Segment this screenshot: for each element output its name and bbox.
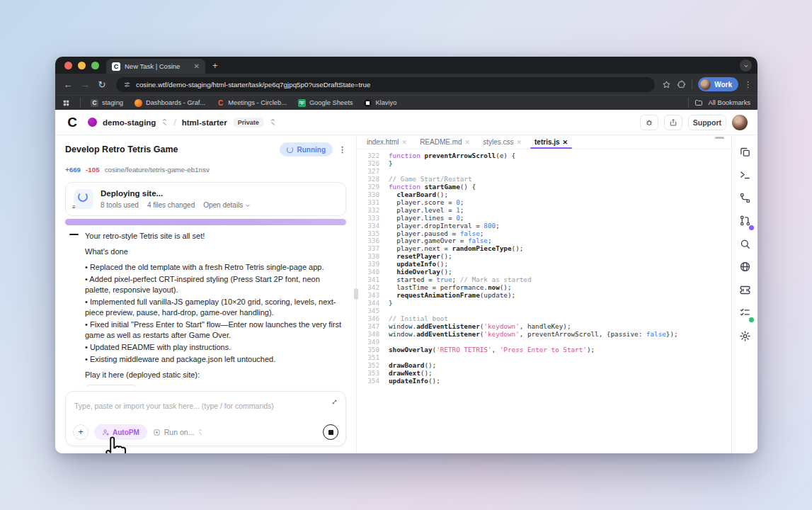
deploy-activity-card[interactable]: ≡ Deploying site... 8 tools used 4 files… [65,182,346,216]
line-number: 332 [361,207,379,215]
back-button[interactable]: ← [61,79,75,90]
deletions-count: -105 [86,166,100,174]
address-bar[interactable]: cosine.wtf/demo-staging/html-starter/tas… [116,77,655,92]
message-bullet: Fixed initial "Press Enter to Start" flo… [85,319,346,341]
toolbar-divider [692,79,692,89]
chevron-updown-icon[interactable] [270,118,276,126]
bookmark-label: Google Sheets [309,99,353,106]
folder-icon [694,98,703,107]
support-button[interactable]: Support [688,115,726,130]
browser-tab[interactable]: C New Task | Cosine ✕ [106,59,205,74]
code-line: 333 player.lines = 0; [361,215,731,222]
line-number: 353 [361,370,379,378]
bug-icon [645,118,653,127]
files-changed-count: 4 files changed [147,201,195,209]
bookmarks-divider-right [688,98,689,108]
editor-tab-bar: index.html✕README.md✕styles.css✕tetris.j… [357,135,731,149]
notification-dot [749,317,754,322]
share-button[interactable] [664,115,682,130]
bookmarks-divider [80,98,81,108]
close-tab-icon[interactable]: ✕ [194,62,200,70]
panel-resize-handle[interactable] [354,288,358,300]
close-tab-icon[interactable]: ✕ [563,139,568,146]
extensions-puzzle-icon[interactable] [677,80,686,89]
apps-grid-icon[interactable] [62,99,70,107]
stop-button[interactable] [323,424,338,440]
ticket-icon[interactable] [738,283,751,296]
reload-button[interactable]: ↻ [95,79,109,90]
editor-tab-label: styles.css [483,138,513,146]
globe-icon[interactable] [738,261,751,273]
settings-gear-icon[interactable] [738,329,751,342]
close-window-button[interactable] [64,62,72,69]
close-tab-icon[interactable]: ✕ [516,139,522,146]
panel-divider [356,135,357,453]
bookmark-item[interactable]: Cstaging [91,99,123,107]
all-bookmarks-button[interactable]: All Bookmarks [709,99,750,106]
app-header: C demo-staging / html-starter Private Su… [55,110,757,135]
new-tab-button[interactable]: + [205,60,225,74]
editor-tab-label: tetris.js [534,138,560,146]
expand-composer-button[interactable] [331,398,338,406]
spinner-icon [287,147,293,153]
terminal-icon[interactable] [738,169,751,181]
minimize-window-button[interactable] [78,62,86,69]
close-tab-icon[interactable]: ✕ [465,139,471,146]
bookmark-item[interactable]: Google Sheets [298,99,353,107]
bookmark-item[interactable]: Dashboards - Graf... [135,99,205,107]
browser-tab-title: New Task | Cosine [125,62,190,70]
editor-tab-index.html[interactable]: index.html✕ [361,138,413,149]
git-branch-icon[interactable] [738,191,751,204]
report-bug-button[interactable] [640,115,658,130]
close-tab-icon[interactable]: ✕ [402,139,408,146]
window-controls [55,62,106,74]
sheets-icon [298,99,306,107]
tools-used-count: 8 tools used [101,201,139,209]
collapse-editor-button[interactable] [715,137,724,139]
circleback-icon: C [217,99,224,107]
code-area[interactable]: 322function preventArrowScroll(e) {326}3… [357,149,731,453]
workspace-selector[interactable]: demo-staging [103,118,156,127]
browser-menu-button[interactable]: ⋮ [744,80,752,89]
cosine-app: C demo-staging / html-starter Private Su… [55,110,757,453]
url-text: cosine.wtf/demo-staging/html-starter/tas… [136,81,370,89]
message-intro: Your retro-style Tetris site is all set! [85,231,346,242]
add-attachment-button[interactable]: + [73,424,88,440]
site-settings-icon[interactable] [123,81,131,89]
code-line: 348window.addEventListener('keydown', pr… [361,331,731,339]
tab-search-button[interactable] [740,60,752,72]
open-details-button[interactable]: Open details [203,201,251,209]
preview-link[interactable]: Preview [85,385,137,387]
checklist-icon[interactable] [738,307,751,319]
task-menu-button[interactable]: ⋮ [338,145,346,154]
search-icon[interactable] [738,237,751,250]
forward-button[interactable]: → [78,79,92,90]
editor-tab-README.md[interactable]: README.md✕ [414,138,476,149]
browser-window: C New Task | Cosine ✕ + ← → ↻ cosine.wtf… [55,57,757,453]
run-on-selector[interactable]: Run on... [153,428,204,436]
message-bullet: Updated README with play instructions. [85,342,346,353]
editor-tab-tetris.js[interactable]: tetris.js✕ [529,138,573,149]
person-gear-icon [102,429,110,436]
grafana-icon [135,99,142,107]
pull-request-icon[interactable] [738,215,751,227]
repo-selector[interactable]: html-starter [182,118,227,127]
zoom-window-button[interactable] [91,62,99,69]
deploy-title: Deploying site... [101,189,251,198]
chevron-updown-icon[interactable] [161,118,168,126]
profile-button[interactable]: Work [698,77,738,91]
cosine-bookmark-icon: C [91,99,98,107]
branch-name[interactable]: cosine/feature/tetris-game-eb1nsv [105,166,210,174]
files-icon[interactable] [738,145,751,158]
autopm-toggle[interactable]: AutoPM [94,424,147,440]
user-avatar[interactable] [732,115,748,130]
bookmark-star-icon[interactable] [662,80,671,89]
editor-tab-styles.css[interactable]: styles.css✕ [477,138,527,149]
bookmarks-bar: CstagingDashboards - Graf...CMeetings - … [55,95,757,110]
cosine-logo-icon[interactable]: C [65,115,79,130]
bookmark-item[interactable]: CMeetings - Circleb... [217,99,287,107]
code-line: 326} [361,160,731,168]
task-input[interactable] [74,402,316,410]
bookmark-item[interactable]: Klaviyo [364,99,396,107]
code-line: 353drawNext(); [361,370,731,378]
